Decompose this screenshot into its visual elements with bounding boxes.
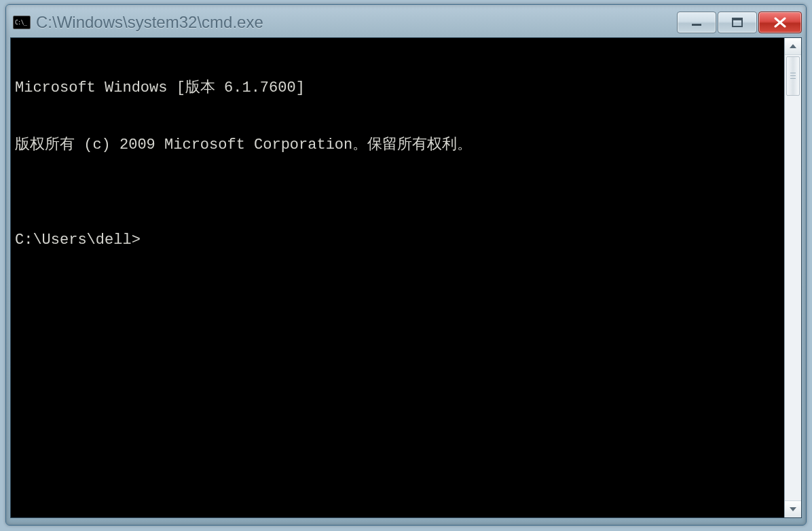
- svg-rect-0: [692, 24, 701, 26]
- scroll-track[interactable]: [785, 55, 801, 500]
- svg-rect-2: [733, 18, 742, 20]
- minimize-icon: [690, 18, 703, 27]
- close-icon: [773, 17, 787, 28]
- maximize-icon: [731, 18, 743, 27]
- close-button[interactable]: [758, 12, 802, 33]
- chevron-up-icon: [790, 44, 796, 48]
- scroll-up-button[interactable]: [785, 38, 801, 55]
- minimize-button[interactable]: [677, 12, 716, 33]
- terminal-prompt: C:\Users\dell>: [15, 231, 783, 250]
- chevron-down-icon: [790, 507, 796, 511]
- client-area: Microsoft Windows [版本 6.1.7600] 版权所有 (c)…: [10, 37, 802, 518]
- window-controls: [677, 12, 802, 33]
- terminal-line: 版权所有 (c) 2009 Microsoft Corporation。保留所有…: [15, 136, 783, 155]
- vertical-scrollbar[interactable]: [784, 38, 801, 517]
- scroll-thumb[interactable]: [786, 56, 800, 96]
- titlebar[interactable]: C:\Windows\system32\cmd.exe: [10, 9, 802, 37]
- terminal-line: Microsoft Windows [版本 6.1.7600]: [15, 79, 783, 98]
- terminal-output[interactable]: Microsoft Windows [版本 6.1.7600] 版权所有 (c)…: [11, 38, 784, 517]
- cmd-icon: [13, 16, 31, 29]
- scroll-down-button[interactable]: [785, 500, 801, 517]
- cmd-window: C:\Windows\system32\cmd.exe Micr: [5, 4, 807, 526]
- window-title: C:\Windows\system32\cmd.exe: [36, 13, 677, 32]
- maximize-button[interactable]: [718, 12, 757, 33]
